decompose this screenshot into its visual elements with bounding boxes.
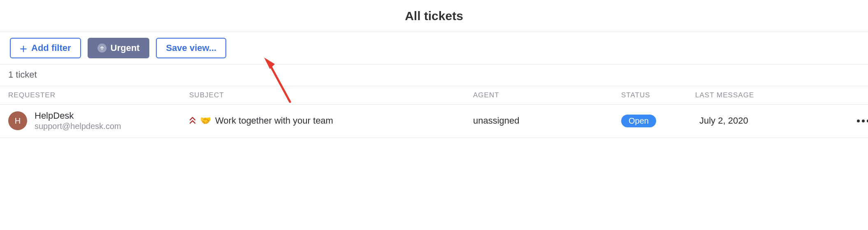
save-view-label: Save view... [166,43,216,53]
plus-icon [20,44,27,52]
add-filter-label: Add filter [31,43,71,53]
urgent-filter-chip[interactable]: Urgent [88,38,150,58]
page-title: All tickets [405,9,463,23]
requester-cell: H HelpDesk support@helpdesk.com [8,110,189,131]
page-title-bar: All tickets [0,0,868,32]
status-badge: Open [621,115,656,127]
col-agent: AGENT [473,91,621,99]
table-header: REQUESTER SUBJECT AGENT STATUS LAST MESS… [0,86,868,105]
requester-email: support@helpdesk.com [35,121,121,131]
save-view-button[interactable]: Save view... [156,38,226,58]
requester-name: HelpDesk [35,110,121,121]
handshake-icon: 🤝 [200,116,211,125]
more-actions-button[interactable] [854,117,868,125]
ticket-count: 1 ticket [0,64,868,86]
col-subject: SUBJECT [189,91,473,99]
arrow-up-circle-icon [97,44,107,53]
filter-toolbar: Add filter Urgent Save view... [0,32,868,64]
avatar: H [8,111,27,130]
add-filter-button[interactable]: Add filter [10,38,81,58]
urgent-chip-label: Urgent [111,43,140,53]
agent-cell: unassigned [473,115,621,126]
row-actions [831,117,868,125]
subject-text: Work together with your team [215,115,333,126]
subject-cell: 🤝 Work together with your team [189,115,473,126]
col-requester: REQUESTER [8,91,189,99]
status-cell: Open [621,115,695,127]
ticket-row[interactable]: H HelpDesk support@helpdesk.com 🤝 Work t… [0,105,868,138]
priority-urgent-icon [189,116,196,126]
col-last-message: LAST MESSAGE [695,91,831,99]
last-message-cell: July 2, 2020 [695,115,831,126]
col-status: STATUS [621,91,695,99]
